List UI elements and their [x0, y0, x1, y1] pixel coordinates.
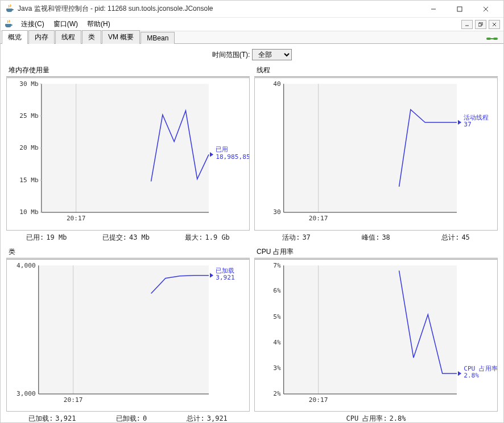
svg-text:4,000: 4,000: [16, 262, 36, 269]
menu-window[interactable]: 窗口(W): [49, 18, 82, 30]
svg-marker-61: [458, 371, 461, 376]
window-title: Java 监视和管理控制台 - pid: 11268 sun.tools.jco…: [18, 4, 420, 14]
window-titlebar: Java 监视和管理控制台 - pid: 11268 sun.tools.jco…: [1, 1, 503, 18]
java-icon: [4, 20, 13, 29]
menu-help[interactable]: 帮助(H): [82, 18, 115, 30]
svg-rect-40: [39, 265, 209, 394]
svg-rect-30: [284, 84, 457, 212]
svg-text:6%: 6%: [273, 287, 281, 294]
threads-live-label: 活动:: [282, 233, 300, 241]
threads-peak-value: 38: [382, 233, 390, 241]
classes-loaded-value: 3,921: [55, 414, 76, 422]
tab-mbeans[interactable]: MBean: [141, 32, 175, 44]
svg-rect-50: [284, 265, 457, 394]
svg-text:已加载: 已加载: [216, 266, 234, 274]
cpu-usage-label: CPU 占用率:: [346, 414, 387, 422]
svg-text:20:17: 20:17: [309, 215, 328, 222]
panel-threads-title: 线程: [254, 65, 498, 75]
threads-total-value: 45: [461, 233, 469, 241]
heap-committed-value: 43 Mb: [129, 233, 150, 241]
heap-used-value: 19 Mb: [46, 233, 67, 241]
threads-peak-label: 峰值:: [362, 233, 379, 241]
svg-text:20:17: 20:17: [64, 396, 83, 404]
svg-marker-27: [210, 152, 213, 157]
threads-total-label: 总计:: [441, 233, 459, 241]
svg-text:3%: 3%: [273, 364, 281, 372]
svg-text:15 Mb: 15 Mb: [19, 176, 39, 184]
time-range-label: 时间范围(T):: [212, 50, 250, 60]
time-range-select[interactable]: 全部: [252, 49, 292, 60]
svg-text:2.8%: 2.8%: [464, 372, 479, 379]
menubar: 连接(C) 窗口(W) 帮助(H): [1, 18, 503, 31]
svg-text:5%: 5%: [273, 313, 281, 320]
time-range-row: 时间范围(T): 全部: [1, 44, 503, 65]
svg-rect-10: [493, 38, 498, 40]
tab-threads[interactable]: 线程: [55, 30, 81, 44]
svg-text:18,985,856: 18,985,856: [216, 153, 249, 161]
svg-rect-9: [486, 38, 491, 40]
svg-text:3,000: 3,000: [16, 390, 36, 397]
classes-unloaded-label: 已卸载:: [116, 414, 141, 422]
classes-total-label: 总计:: [187, 414, 204, 422]
svg-text:7%: 7%: [273, 262, 281, 269]
close-button[interactable]: [473, 1, 499, 18]
panel-cpu-title: CPU 占用率: [254, 247, 498, 257]
chart-classes[interactable]: 3,000 4,000 20:17 已加载 3,921: [6, 258, 250, 412]
svg-rect-12: [42, 84, 209, 212]
panel-cpu: CPU 占用率 2% 3% 4% 5% 6% 7% 20:17 CPU 占用率 …: [254, 247, 498, 423]
classes-total-value: 3,921: [207, 414, 228, 422]
svg-text:20:17: 20:17: [67, 215, 86, 222]
svg-text:20:17: 20:17: [309, 396, 328, 404]
svg-text:3,921: 3,921: [216, 274, 235, 281]
internal-minimize-button[interactable]: [461, 20, 473, 29]
threads-live-value: 37: [302, 233, 310, 241]
svg-rect-1: [457, 7, 462, 11]
svg-text:40: 40: [273, 80, 281, 88]
heap-stats: 已用:19 Mb 已提交:43 Mb 最大:1.9 Gb: [6, 231, 250, 243]
chart-threads[interactable]: 30 40 20:17 活动线程 37: [254, 76, 498, 231]
internal-close-button[interactable]: [489, 20, 500, 29]
svg-text:37: 37: [464, 121, 471, 128]
threads-stats: 活动:37 峰值:38 总计:45: [254, 231, 498, 243]
classes-stats: 已加载:3,921 已卸载:0 总计:3,921: [6, 412, 250, 423]
panel-heap-title: 堆内存使用量: [6, 65, 250, 75]
charts-grid: 堆内存使用量 10 Mb 15 Mb 20 Mb 25 Mb 30 Mb 20:…: [1, 65, 503, 422]
svg-text:30 Mb: 30 Mb: [19, 80, 39, 88]
menu-connect[interactable]: 连接(C): [16, 18, 49, 30]
heap-committed-label: 已提交:: [102, 233, 127, 241]
chart-heap[interactable]: 10 Mb 15 Mb 20 Mb 25 Mb 30 Mb 20:17 已用 1…: [6, 76, 250, 231]
panel-heap: 堆内存使用量 10 Mb 15 Mb 20 Mb 25 Mb 30 Mb 20:…: [6, 65, 250, 243]
panel-classes: 类 3,000 4,000 20:17 已加载 3,921 已加载:3,921 …: [6, 247, 250, 423]
internal-restore-button[interactable]: [475, 20, 486, 29]
classes-unloaded-value: 0: [143, 414, 147, 422]
minimize-button[interactable]: [420, 1, 447, 18]
svg-rect-11: [490, 38, 494, 39]
classes-loaded-label: 已加载:: [28, 414, 53, 422]
panel-classes-title: 类: [6, 247, 250, 257]
heap-max-value: 1.9 Gb: [205, 233, 230, 241]
svg-marker-47: [210, 273, 213, 277]
svg-text:25 Mb: 25 Mb: [19, 112, 39, 120]
tab-classes[interactable]: 类: [82, 30, 101, 44]
connection-status-icon: [485, 34, 499, 43]
chart-cpu[interactable]: 2% 3% 4% 5% 6% 7% 20:17 CPU 占用率 2.8%: [254, 258, 498, 412]
svg-text:活动线程: 活动线程: [464, 114, 489, 121]
panel-threads: 线程 30 40 20:17 活动线程 37 活动:37 峰值:38 总计:45: [254, 65, 498, 243]
tab-overview[interactable]: 概览: [2, 30, 28, 44]
svg-text:4%: 4%: [273, 338, 281, 346]
java-icon: [5, 5, 14, 14]
svg-text:已用: 已用: [216, 146, 228, 153]
svg-text:2%: 2%: [273, 390, 281, 397]
tab-memory[interactable]: 内存: [28, 30, 55, 44]
svg-text:10 Mb: 10 Mb: [19, 208, 39, 216]
tab-vm-summary[interactable]: VM 概要: [102, 30, 140, 44]
svg-text:CPU 占用率: CPU 占用率: [464, 365, 497, 372]
cpu-stats: CPU 占用率:2.8%: [254, 412, 498, 423]
svg-text:20 Mb: 20 Mb: [19, 144, 39, 151]
maximize-button[interactable]: [447, 1, 473, 18]
cpu-usage-value: 2.8%: [390, 414, 406, 422]
heap-max-label: 最大:: [185, 233, 203, 241]
tabbar: 概览 内存 线程 类 VM 概要 MBean: [1, 31, 503, 44]
svg-marker-37: [458, 120, 461, 125]
svg-rect-6: [478, 23, 481, 26]
